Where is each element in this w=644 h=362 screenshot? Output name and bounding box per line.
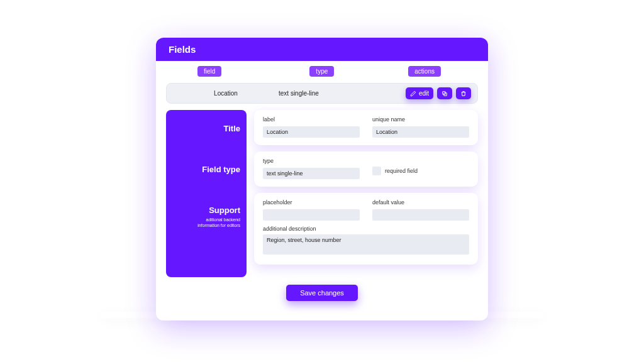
- trash-icon: [460, 90, 467, 97]
- unique-name-input[interactable]: [372, 126, 469, 138]
- required-checkbox[interactable]: [372, 167, 381, 175]
- card-support: placeholder default value additional des…: [254, 193, 478, 265]
- fields-panel: Fields field type actions Location text …: [156, 38, 488, 321]
- required-label: required field: [385, 168, 418, 174]
- column-field-chip: field: [197, 66, 221, 77]
- cards-column: label unique name type: [254, 110, 478, 277]
- label-label: label: [263, 116, 360, 123]
- type-label: type: [263, 158, 360, 164]
- edit-button[interactable]: edit: [406, 87, 433, 99]
- row-name: Location: [173, 90, 279, 97]
- row-type: text single-line: [279, 90, 373, 97]
- card-field-type: type required field: [254, 151, 478, 187]
- label-input[interactable]: [263, 126, 360, 138]
- duplicate-button[interactable]: [437, 87, 452, 99]
- save-button[interactable]: Save changes: [286, 285, 358, 301]
- column-type-chip: type: [309, 66, 334, 77]
- type-input[interactable]: [263, 168, 360, 179]
- default-value-input[interactable]: [372, 209, 469, 221]
- columns-header: field type actions: [156, 61, 488, 79]
- editor-body: Title Field type Support aditional backe…: [156, 110, 488, 277]
- copy-icon: [441, 90, 448, 97]
- section-support: Support: [172, 206, 240, 215]
- section-sidebar: Title Field type Support aditional backe…: [166, 110, 247, 277]
- description-label: additional description: [263, 226, 469, 232]
- row-actions: edit: [406, 87, 471, 99]
- save-row: Save changes: [156, 285, 488, 301]
- default-value-label: default value: [372, 199, 469, 206]
- edit-label: edit: [419, 90, 429, 97]
- support-sub-line1: aditional backend: [206, 217, 241, 222]
- field-row[interactable]: Location text single-line edit: [166, 83, 478, 104]
- panel-header: Fields: [156, 38, 488, 61]
- support-sub-line2: information for editors: [197, 223, 240, 228]
- delete-button[interactable]: [456, 87, 471, 99]
- pencil-icon: [410, 90, 416, 97]
- description-input[interactable]: [263, 234, 469, 255]
- section-field-type: Field type: [172, 165, 240, 174]
- placeholder-label: placeholder: [263, 199, 360, 206]
- section-title: Title: [172, 124, 240, 133]
- panel-title: Fields: [169, 44, 196, 55]
- column-actions-chip: actions: [408, 66, 441, 77]
- card-title: label unique name: [254, 110, 478, 145]
- section-support-sub: aditional backend information for editor…: [172, 217, 240, 228]
- placeholder-input[interactable]: [263, 209, 360, 221]
- unique-name-label: unique name: [372, 116, 469, 123]
